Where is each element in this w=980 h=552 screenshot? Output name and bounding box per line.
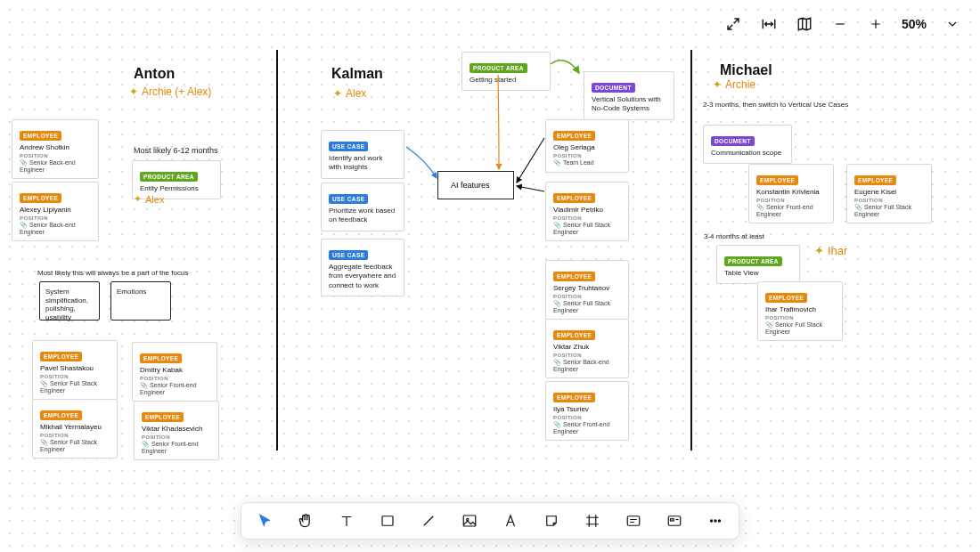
link-icon: 📎 [553, 222, 561, 228]
sticky-tool[interactable] [541, 510, 562, 532]
column-subtitle-kalman: ✦Alex [333, 87, 366, 100]
employee-card-vladimir[interactable]: EMPLOYEE Vladimir Petriko POSITION 📎Seni… [545, 182, 629, 241]
employee-tag: EMPLOYEE [553, 393, 595, 402]
column-divider [276, 50, 278, 451]
link-icon: 📎 [756, 204, 764, 210]
focus-note: Most likely this will always be a part o… [37, 269, 188, 277]
document-card-vertical[interactable]: DOCUMENT Vertical Solutions with No-Code… [584, 71, 674, 120]
link-icon: 📎 [765, 321, 773, 328]
employee-tag: EMPLOYEE [20, 131, 61, 141]
sparkle-icon: ✦ [713, 78, 722, 91]
employee-card-dmitry[interactable]: EMPLOYEE Dmitry Kabak POSITION 📎Senior F… [132, 342, 217, 402]
employee-card-eugene[interactable]: EMPLOYEE Eugene Kisel POSITION 📎Senior F… [846, 164, 932, 223]
sparkle-alex: ✦Alex [134, 193, 164, 205]
link-icon: 📎 [142, 441, 150, 447]
link-icon: 📎 [854, 204, 862, 210]
bottom-toolbar [241, 502, 739, 540]
note-emotions[interactable]: Emotions [110, 281, 171, 321]
image-tool[interactable] [459, 510, 480, 532]
employee-card-ilya[interactable]: EMPLOYEE Ilya Tsurlev POSITION 📎Senior F… [545, 381, 629, 441]
column-subtitle-anton: ✦Archie (+ Alex) [129, 85, 211, 98]
michael-timeline2: 3-4 months at least [704, 232, 764, 240]
rectangle-tool[interactable] [377, 510, 398, 532]
employee-card-zhuk[interactable]: EMPLOYEE Viktar Zhuk POSITION 📎Senior Ba… [545, 319, 629, 378]
line-tool[interactable] [418, 510, 439, 532]
sparkle-icon: ✦ [134, 193, 142, 205]
use-case-tag: USE CASE [329, 194, 368, 204]
product-area-card-table-view[interactable]: PRODUCT AREA Table View [716, 245, 800, 284]
link-icon: 📎 [40, 380, 48, 386]
employee-tag: EMPLOYEE [765, 293, 807, 303]
link-icon: 📎 [40, 439, 48, 445]
use-case-tag: USE CASE [329, 142, 368, 151]
link-icon: 📎 [553, 300, 561, 306]
product-area-card-getting-started[interactable]: PRODUCT AREA Getting started [461, 52, 551, 91]
zoom-level[interactable]: 50% [902, 17, 927, 31]
svg-rect-1 [463, 515, 476, 526]
text-tool[interactable] [336, 510, 357, 532]
svg-rect-5 [671, 519, 674, 521]
link-icon: 📎 [553, 359, 561, 365]
employee-card-mikhail[interactable]: EMPLOYEE Mikhail Yermalayeu POSITION 📎Se… [32, 399, 118, 459]
document-card-comm-scope[interactable]: DOCUMENT Communication scope [703, 125, 792, 164]
employee-tag: EMPLOYEE [553, 131, 595, 141]
ai-features-node[interactable]: AI features [437, 171, 514, 199]
card-tool[interactable] [623, 510, 644, 532]
employee-card-oleg[interactable]: EMPLOYEE Oleg Seriaga POSITION 📎Team Lea… [545, 119, 629, 173]
employee-card-andrew[interactable]: EMPLOYEE Andrew Shotkin POSITION 📎Senior… [12, 119, 99, 179]
frame-tool[interactable] [582, 510, 603, 532]
top-toolbar: 50% [723, 14, 962, 34]
employee-card-konstantin[interactable]: EMPLOYEE Konstantin Krivlenia POSITION 📎… [748, 164, 834, 223]
link-icon: 📎 [20, 159, 28, 166]
map-icon[interactable] [795, 14, 814, 34]
michael-timeline: 2-3 months, then switch to Vertical Use … [703, 101, 848, 109]
employee-card-sergey[interactable]: EMPLOYEE Sergey Truhtanov POSITION 📎Seni… [545, 260, 629, 320]
column-divider [690, 50, 692, 451]
column-title-kalman: Kalman [331, 66, 383, 82]
employee-tag: EMPLOYEE [553, 272, 595, 281]
employee-tag: EMPLOYEE [40, 352, 82, 361]
employee-card-viktar-k[interactable]: EMPLOYEE Viktar Khadasevich POSITION 📎Se… [134, 401, 219, 460]
expand-icon[interactable] [723, 14, 743, 34]
zoom-out-icon[interactable] [830, 14, 850, 34]
hand-tool[interactable] [295, 510, 316, 532]
product-area-tag: PRODUCT AREA [140, 172, 198, 182]
employee-tag: EMPLOYEE [142, 412, 184, 422]
svg-point-6 [710, 520, 712, 522]
product-area-tag: PRODUCT AREA [724, 256, 782, 266]
link-icon: 📎 [20, 222, 28, 228]
sparkle-icon: ✦ [129, 85, 138, 98]
employee-tag: EMPLOYEE [40, 410, 82, 420]
zoom-in-icon[interactable] [866, 14, 886, 34]
employee-card-ihar[interactable]: EMPLOYEE Ihar Trafimovich POSITION 📎Seni… [757, 281, 843, 341]
form-tool[interactable] [664, 510, 685, 532]
employee-tag: EMPLOYEE [20, 193, 61, 203]
fit-width-icon[interactable] [759, 14, 779, 34]
use-case-card-insights[interactable]: USE CASE Identify and work with insights [321, 130, 404, 179]
timeline-note: Most likely 6-12 months [134, 146, 218, 155]
employee-tag: EMPLOYEE [553, 330, 595, 340]
more-tools-icon[interactable] [705, 510, 726, 532]
product-area-tag: PRODUCT AREA [470, 63, 527, 73]
pointer-tool[interactable] [254, 510, 275, 532]
text-style-tool[interactable] [500, 510, 521, 532]
column-title-anton: Anton [134, 66, 175, 82]
use-case-card-aggregate[interactable]: USE CASE Aggregate feedback from everywh… [321, 239, 404, 296]
note-system[interactable]: System simplification, polishing, usabil… [39, 281, 100, 321]
employee-tag: EMPLOYEE [140, 353, 182, 363]
employee-tag: EMPLOYEE [756, 175, 798, 185]
employee-card-pavel[interactable]: EMPLOYEE Pavel Shastakou POSITION 📎Senio… [32, 340, 118, 400]
use-case-card-prioritize[interactable]: USE CASE Prioritize work based on feedba… [321, 183, 404, 231]
svg-point-7 [715, 520, 716, 522]
column-subtitle-michael: ✦Archie [713, 78, 755, 91]
link-icon: 📎 [553, 421, 561, 427]
employee-card-alexey[interactable]: EMPLOYEE Alexey Liplyanin POSITION 📎Seni… [12, 182, 99, 241]
svg-rect-0 [382, 516, 393, 526]
document-tag: DOCUMENT [711, 136, 755, 146]
column-title-michael: Michael [720, 62, 772, 78]
chevron-down-icon[interactable] [943, 14, 962, 34]
use-case-tag: USE CASE [329, 250, 368, 260]
svg-rect-3 [627, 516, 640, 526]
sparkle-ihar: ✦Ihar [814, 244, 847, 257]
svg-point-8 [718, 520, 720, 522]
